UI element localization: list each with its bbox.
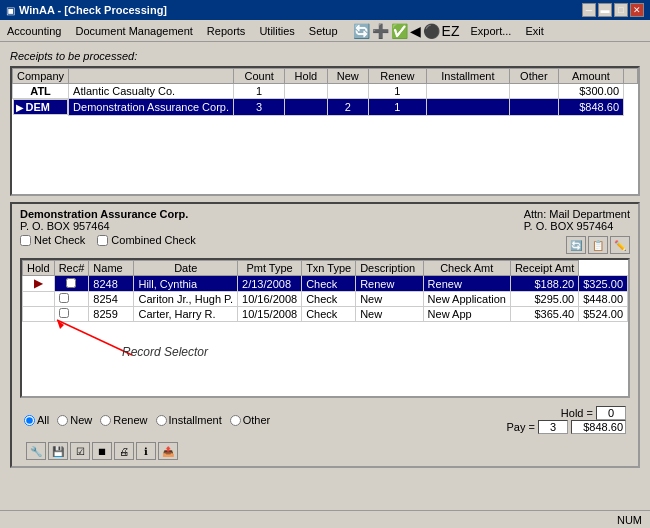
add-icon[interactable]: ➕ (372, 23, 389, 39)
col-amount: Amount (558, 69, 623, 84)
menu-accounting[interactable]: Accounting (4, 24, 64, 38)
receipt-row-dem[interactable]: ▶ DEM Demonstration Assurance Corp. 3 2 … (13, 99, 638, 116)
restore-button[interactable]: ▬ (598, 3, 612, 17)
record-hold-1[interactable] (23, 292, 55, 307)
combined-check-label[interactable]: Combined Check (97, 234, 195, 246)
radio-all[interactable] (24, 415, 35, 426)
circle-icon[interactable]: ⚫ (423, 23, 440, 39)
hold-value: 0 (596, 406, 626, 420)
record-selector-annotation (52, 315, 172, 367)
wrench-button[interactable]: 🔧 (26, 442, 46, 460)
menu-export[interactable]: Export... (467, 24, 514, 38)
filter-installment-label: Installment (169, 414, 222, 426)
filter-installment[interactable]: Installment (156, 414, 222, 426)
radio-renew[interactable] (100, 415, 111, 426)
receipt-name-dem: Demonstration Assurance Corp. (69, 99, 234, 116)
refresh-icon[interactable]: 🔄 (353, 23, 370, 39)
menu-setup[interactable]: Setup (306, 24, 341, 38)
pay-value: 3 (538, 420, 568, 434)
minimize-button[interactable]: ─ (582, 3, 596, 17)
filter-renew[interactable]: Renew (100, 414, 147, 426)
receipt-code-dem: DEM (26, 101, 50, 113)
record-date-0: 2/13/2008 (238, 276, 302, 292)
hold-label: Hold = (561, 407, 593, 419)
record-check-amt-1: $295.00 (510, 292, 578, 307)
receipt-other-atl (509, 84, 558, 99)
save-button[interactable]: 💾 (48, 442, 68, 460)
record-hold-checkbox-1[interactable] (59, 293, 69, 303)
record-hold-cb-2[interactable] (54, 307, 89, 322)
record-name-0: Hill, Cynthia (134, 276, 238, 292)
col-hold: Hold (23, 261, 55, 276)
info-button[interactable]: ℹ (136, 442, 156, 460)
menu-utilities[interactable]: Utilities (256, 24, 297, 38)
company-name: Demonstration Assurance Corp. (20, 208, 196, 220)
nav-icon[interactable]: ◀ (410, 23, 421, 39)
menu-exit[interactable]: Exit (522, 24, 546, 38)
ez-icon[interactable]: EZ (442, 23, 460, 39)
record-receipt-amt-2: $524.00 (579, 307, 628, 322)
filter-other[interactable]: Other (230, 414, 271, 426)
col-code (69, 69, 234, 84)
close-button[interactable]: ✕ (630, 3, 644, 17)
col-pmt-type: Pmt Type (238, 261, 302, 276)
print-button[interactable]: 🖨 (114, 442, 134, 460)
menu-bar: Accounting Document Management Reports U… (0, 20, 650, 42)
record-hold-checkbox-2[interactable] (59, 308, 69, 318)
pay-amount: $848.60 (571, 420, 626, 434)
stop-button[interactable]: ⏹ (92, 442, 112, 460)
radio-installment[interactable] (156, 415, 167, 426)
col-scroll (624, 69, 638, 84)
record-hold-cb-1[interactable] (54, 292, 89, 307)
view-button[interactable]: 📋 (588, 236, 608, 254)
record-txn-0: Renew (356, 276, 423, 292)
record-row-2[interactable]: 8259 Carter, Harry R. 10/15/2008 Check N… (23, 307, 628, 322)
menu-document-management[interactable]: Document Management (72, 24, 195, 38)
record-hold-2[interactable] (23, 307, 55, 322)
receipt-installment-atl (426, 84, 509, 99)
record-desc-0: Renew (423, 276, 510, 292)
edit-button[interactable]: ✏️ (610, 236, 630, 254)
filter-new[interactable]: New (57, 414, 92, 426)
menu-reports[interactable]: Reports (204, 24, 249, 38)
status-bar: NUM (0, 510, 650, 528)
net-check-label[interactable]: Net Check (20, 234, 85, 246)
filter-other-label: Other (243, 414, 271, 426)
refresh-detail-button[interactable]: 🔄 (566, 236, 586, 254)
status-text: NUM (617, 514, 642, 526)
col-renew: Renew (368, 69, 426, 84)
filter-all[interactable]: All (24, 414, 49, 426)
net-check-checkbox[interactable] (20, 235, 31, 246)
maximize-button[interactable]: □ (614, 3, 628, 17)
receipt-count-atl: 1 (234, 84, 285, 99)
record-hold-0[interactable] (54, 276, 89, 292)
record-pmt-0: Check (302, 276, 356, 292)
company-address: P. O. BOX 957464 (20, 220, 196, 232)
record-hold-checkbox-0[interactable] (66, 278, 76, 288)
records-panel: Hold Rec# Name Date Pmt Type Txn Type De… (20, 258, 630, 398)
col-company: Company (13, 69, 69, 84)
record-row-0[interactable]: ▶ 8248 Hill, Cynthia 2/13/2008 Check Ren… (23, 276, 628, 292)
record-desc-1: New Application (423, 292, 510, 307)
export-button[interactable]: 📤 (158, 442, 178, 460)
pay-label: Pay = (506, 421, 534, 433)
record-row-1[interactable]: 8254 Cariton Jr., Hugh P. 10/16/2008 Che… (23, 292, 628, 307)
receipt-code-atl: ATL (13, 84, 69, 99)
check-icon[interactable]: ✅ (391, 23, 408, 39)
receipts-table: Company Count Hold New Renew Installment… (12, 68, 638, 116)
receipt-row-atl[interactable]: ATL Atlantic Casualty Co. 1 1 $300.00 (13, 84, 638, 99)
radio-other[interactable] (230, 415, 241, 426)
receipt-hold-dem (285, 99, 327, 116)
check-button[interactable]: ☑ (70, 442, 90, 460)
receipt-new-atl (327, 84, 368, 99)
record-rec-1: 8254 (89, 292, 134, 307)
radio-new[interactable] (57, 415, 68, 426)
title-bar: ▣ WinAA - [Check Processing] ─ ▬ □ ✕ (0, 0, 650, 20)
combined-check-checkbox[interactable] (97, 235, 108, 246)
attn-info: Attn: Mail Department (524, 208, 630, 220)
filter-radio-group: All New Renew Installment (24, 414, 270, 426)
record-name-1: Cariton Jr., Hugh P. (134, 292, 238, 307)
receipt-new-dem: 2 (327, 99, 368, 116)
filter-renew-label: Renew (113, 414, 147, 426)
detail-panel: Demonstration Assurance Corp. P. O. BOX … (10, 202, 640, 468)
